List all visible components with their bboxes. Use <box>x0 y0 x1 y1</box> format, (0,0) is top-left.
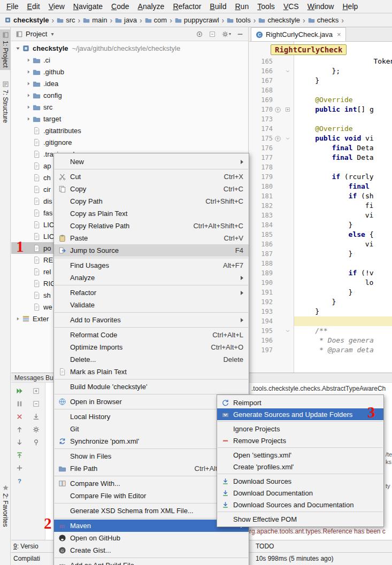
menu-item-copy-as-plain-text[interactable]: Copy as Plain Text <box>54 207 249 220</box>
menubar-item-vcs[interactable]: VCS <box>279 1 303 12</box>
tool-window-button-1-project[interactable]: 1: Project <box>0 29 11 70</box>
breadcrumb-item-main[interactable]: main <box>83 16 107 24</box>
menu-item-download-sources[interactable]: Download Sources <box>217 475 383 487</box>
code-line-181[interactable]: 181if (sh <box>249 191 392 201</box>
fold-expand-icon[interactable] <box>283 106 293 113</box>
menu-item-reimport[interactable]: Reimport <box>217 397 383 408</box>
code-line-185[interactable]: 185else { <box>249 230 392 239</box>
breadcrumb-item-java[interactable]: java <box>115 16 137 24</box>
code-line-174[interactable]: 174@Override <box>249 124 392 134</box>
toolwindow-button-todo[interactable]: TODO <box>256 543 274 550</box>
menu-item-download-documentation[interactable]: Download Documentation <box>217 487 383 499</box>
pause-icon[interactable] <box>16 400 24 408</box>
menu-item-jump-to-source[interactable]: Jump to SourceF4 <box>54 244 249 257</box>
code-line-168[interactable]: 168 <box>249 86 392 95</box>
menubar-item-edit[interactable]: Edit <box>23 1 44 12</box>
menubar-item-analyze[interactable]: Analyze <box>134 1 169 12</box>
code-line-192[interactable]: 192} <box>249 297 392 307</box>
menu-item-copy-relative-path[interactable]: Copy Relative PathCtrl+Alt+Shift+C <box>54 220 249 232</box>
fold-collapse-icon[interactable] <box>283 68 293 74</box>
override-method-icon[interactable] <box>273 106 283 113</box>
code-line-175[interactable]: 175public void vi <box>249 134 392 143</box>
expand-all-icon[interactable] <box>32 387 40 395</box>
menu-item-build-module-checkstyle[interactable]: Build Module 'checkstyle' <box>54 381 249 393</box>
code-line-170[interactable]: 170public int[] g <box>249 105 392 114</box>
code-line-190[interactable]: 190lo <box>249 278 392 288</box>
menu-item-analyze[interactable]: Analyze <box>54 272 249 284</box>
menu-item-validate[interactable]: Validate <box>54 299 249 311</box>
fold-collapse-icon[interactable] <box>283 328 293 334</box>
code-line-180[interactable]: 180final <box>249 182 392 191</box>
settings-gear-icon[interactable]: ▾ <box>221 30 231 38</box>
code-line-186[interactable]: 186vi <box>249 239 392 249</box>
tree-item-checkstyle[interactable]: checkstyle~/java/github/checkstyle/check… <box>11 42 248 54</box>
code-line-179[interactable]: 179if (rcurly <box>249 172 392 182</box>
collapse-all-icon[interactable] <box>209 30 216 38</box>
breadcrumb-item-checks[interactable]: checks <box>308 16 339 24</box>
menu-item-cut[interactable]: CutCtrl+X <box>54 171 249 183</box>
menubar-item-help[interactable]: Help <box>338 1 362 12</box>
breadcrumb-item-com[interactable]: com <box>145 16 167 24</box>
tool-window-button-7-structure[interactable]: 7: Structure <box>0 79 11 125</box>
menu-item-open-on-github[interactable]: Open on GitHub <box>54 532 249 544</box>
tree-item-ci[interactable]: .ci <box>11 54 248 66</box>
code-line-183[interactable]: 183vi <box>249 211 392 220</box>
code-line-188[interactable]: 188 <box>249 259 392 268</box>
override-method-icon[interactable] <box>273 135 283 142</box>
breadcrumb-item-src[interactable]: src <box>57 16 75 24</box>
code-area[interactable]: 165TokenT166};167}168169@Override170publ… <box>249 57 392 355</box>
menu-item-add-as-ant-build-file[interactable]: Add as Ant Build File <box>54 559 249 565</box>
menu-item-create-profiles-xml[interactable]: Create 'profiles.xml' <box>217 461 383 473</box>
hide-icon[interactable] <box>236 30 244 38</box>
menu-item-mark-as-plain-text[interactable]: Mark as Plain Text <box>54 366 249 378</box>
tree-item-src[interactable]: src <box>11 101 248 113</box>
menubar-item-code[interactable]: Code <box>107 1 133 12</box>
menu-item-ignore-projects[interactable]: Ignore Projects <box>217 423 383 435</box>
tool-window-button-2-favorites[interactable]: 2: Favorites <box>0 482 11 529</box>
export-icon[interactable] <box>16 451 24 459</box>
menubar-item-view[interactable]: View <box>44 1 69 12</box>
menu-item-copy[interactable]: CopyCtrl+C <box>54 183 249 195</box>
rerun-icon[interactable] <box>16 387 24 395</box>
previous-message-icon[interactable] <box>16 425 24 434</box>
autoscroll-icon[interactable] <box>32 413 40 421</box>
tree-item-gitignore[interactable]: .gitignore <box>11 136 248 148</box>
menu-item-new[interactable]: New <box>54 156 249 168</box>
code-line-193[interactable]: 193} <box>249 307 392 316</box>
chevron-collapsed-icon[interactable] <box>24 69 33 75</box>
close-icon[interactable] <box>16 413 24 421</box>
settings-icon[interactable] <box>32 425 40 434</box>
menu-item-copy-path[interactable]: Copy PathCtrl+Shift+C <box>54 195 249 207</box>
chevron-collapsed-icon[interactable] <box>24 116 33 122</box>
locate-icon[interactable] <box>196 30 203 38</box>
menubar-item-refactor[interactable]: Refactor <box>168 1 205 12</box>
menu-item-refactor[interactable]: Refactor <box>54 287 249 299</box>
menubar-item-navigate[interactable]: Navigate <box>69 1 107 12</box>
tree-item-github[interactable]: .github <box>11 66 248 78</box>
menu-item-add-to-favorites[interactable]: Add to Favorites <box>54 314 249 326</box>
breadcrumb-item-checkstyle[interactable]: checkstyle <box>4 16 49 24</box>
editor-tab-rightcurlycheck[interactable]: C RightCurlyCheck.java × <box>251 27 346 41</box>
code-line-197[interactable]: 197* @param deta <box>249 345 392 355</box>
code-line-182[interactable]: 182fi <box>249 201 392 211</box>
code-line-178[interactable]: 178 <box>249 162 392 172</box>
code-line-191[interactable]: 191} <box>249 288 392 297</box>
tree-item-idea[interactable]: .idea <box>11 78 248 89</box>
code-line-184[interactable]: 184} <box>249 220 392 230</box>
menu-item-generate-sources-and-update-folders[interactable]: Generate Sources and Update Folders <box>217 408 383 420</box>
breadcrumb-item-puppycrawl[interactable]: puppycrawl <box>175 16 219 24</box>
chevron-collapsed-icon[interactable] <box>24 57 33 63</box>
menu-item-create-gist[interactable]: GCreate Gist... <box>54 544 249 556</box>
menubar-item-run[interactable]: Run <box>230 1 253 12</box>
help-icon[interactable]: ? <box>16 477 24 485</box>
menubar-item-tools[interactable]: Tools <box>253 1 279 12</box>
next-message-icon[interactable] <box>16 438 24 446</box>
chevron-collapsed-icon[interactable] <box>24 81 33 87</box>
chevron-collapsed-icon[interactable] <box>13 316 22 322</box>
code-line-195[interactable]: 195/** <box>249 326 392 336</box>
menu-item-paste[interactable]: PasteCtrl+V <box>54 232 249 244</box>
code-line-189[interactable]: 189if (!v <box>249 268 392 278</box>
toolwindow-button-version-control[interactable]: 9: Versio <box>13 543 39 550</box>
menubar-item-window[interactable]: Window <box>303 1 339 12</box>
code-line-169[interactable]: 169@Override <box>249 95 392 105</box>
